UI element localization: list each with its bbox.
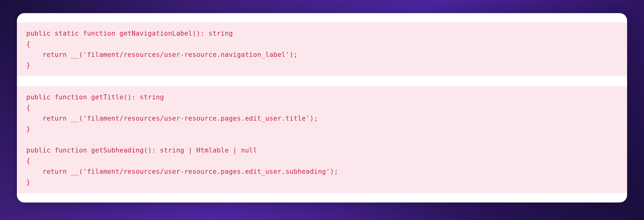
code-block-1[interactable]: public static function getNavigationLabe… xyxy=(17,22,627,76)
code-card: public static function getNavigationLabe… xyxy=(17,13,627,202)
code-spacer xyxy=(17,76,627,86)
code-block-2[interactable]: public function getTitle(): string { ret… xyxy=(17,86,627,193)
